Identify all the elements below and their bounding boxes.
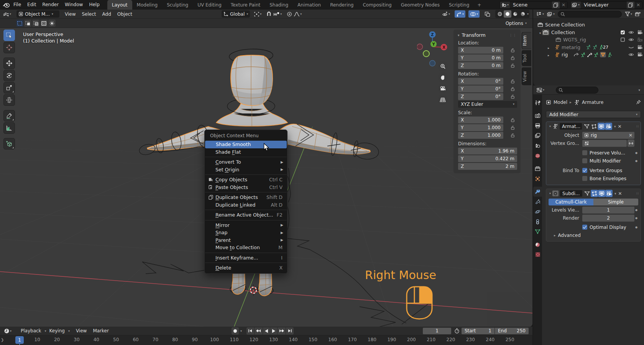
- pan-button[interactable]: [438, 72, 448, 82]
- outliner-row-rig[interactable]: ▸rig: [533, 51, 644, 59]
- menu-item-set-origin[interactable]: Set Origin▶: [205, 166, 287, 174]
- lock-icon[interactable]: [511, 125, 516, 130]
- menu-item-convert-to[interactable]: Convert To▶: [205, 158, 287, 166]
- select-mode-subtract-button[interactable]: [32, 20, 39, 27]
- properties-tab-physics[interactable]: [533, 207, 542, 217]
- menu-view[interactable]: View: [62, 12, 79, 17]
- clear-icon[interactable]: ✕: [629, 133, 632, 138]
- workspace-tab-uv-editing[interactable]: UV Editing: [193, 0, 226, 10]
- new-scene-button[interactable]: [552, 2, 560, 8]
- panel-title[interactable]: Transform: [462, 32, 486, 38]
- menu-item-copy-objects[interactable]: Copy ObjectsCtrl C: [205, 176, 287, 184]
- tool-select-box-button[interactable]: [3, 30, 15, 41]
- properties-tab-constraints[interactable]: [533, 217, 542, 227]
- optimal-display-checkbox[interactable]: [582, 225, 587, 230]
- tool-transform-button[interactable]: [3, 94, 15, 106]
- menu-help[interactable]: Help: [86, 0, 102, 10]
- tool-measure-button[interactable]: [3, 122, 15, 134]
- gizmo-y-label[interactable]: Y: [432, 42, 435, 46]
- timeline-ruler[interactable]: ❯ 10203040506070809010011012013014015016…: [0, 335, 532, 345]
- workspace-tab-sculpting[interactable]: Sculpting: [162, 0, 193, 10]
- filter-id-type-button[interactable]: ▾: [546, 10, 555, 18]
- lock-icon[interactable]: [511, 133, 516, 138]
- npanel-tab-item[interactable]: Item: [522, 32, 531, 49]
- camera-icon[interactable]: [637, 52, 642, 57]
- menu-window[interactable]: Window: [62, 0, 86, 10]
- lock-icon[interactable]: [511, 87, 516, 91]
- custom-shape-icon[interactable]: [600, 52, 606, 58]
- camera-icon[interactable]: [637, 45, 642, 50]
- shading-solid-button[interactable]: [504, 10, 511, 18]
- npanel-tab-tool[interactable]: Tool: [522, 50, 531, 66]
- proportional-falloff-button[interactable]: ▾: [293, 10, 302, 18]
- on-cage-toggle[interactable]: [583, 190, 591, 197]
- breadcrumb-data[interactable]: Armature: [582, 100, 603, 105]
- editor-type-button[interactable]: ▾: [2, 10, 12, 18]
- play-button[interactable]: [270, 327, 277, 335]
- bone-envelopes-checkbox[interactable]: [582, 176, 587, 181]
- menu-item-parent[interactable]: Parent▶: [205, 237, 287, 244]
- eye-closed-icon[interactable]: [628, 45, 634, 50]
- new-view-layer-button[interactable]: [627, 2, 634, 8]
- select-mode-extend-button[interactable]: [24, 20, 31, 27]
- modifier-name-field[interactable]: Armat...: [560, 123, 582, 130]
- pin-icon[interactable]: [636, 100, 641, 105]
- jump-to-start-button[interactable]: [246, 327, 254, 335]
- location-y-field[interactable]: Y0 m: [458, 54, 503, 61]
- play-reverse-button[interactable]: [263, 327, 270, 335]
- breadcrumb-object[interactable]: Model: [554, 100, 567, 105]
- render-toggle[interactable]: [605, 190, 613, 197]
- advanced-expand-icon[interactable]: ▸: [554, 233, 556, 237]
- properties-tab-material[interactable]: [533, 240, 542, 250]
- outliner-search-field[interactable]: [558, 11, 622, 18]
- view-layer-selector[interactable]: ▾ ViewLayer ✕: [570, 1, 642, 9]
- select-mode-set-button[interactable]: [16, 20, 23, 27]
- menu-edit[interactable]: Edit: [24, 0, 39, 10]
- menu-playback[interactable]: Playback: [18, 328, 44, 334]
- lock-icon[interactable]: [511, 63, 516, 68]
- object-field[interactable]: rig ✕: [582, 132, 634, 139]
- add-workspace-button[interactable]: +: [474, 0, 485, 10]
- snap-settings-button[interactable]: ▾: [273, 10, 283, 18]
- menu-object[interactable]: Object: [114, 12, 135, 17]
- animation-icon[interactable]: [607, 52, 612, 58]
- tool-move-button[interactable]: [3, 58, 15, 69]
- properties-tab-object[interactable]: [533, 174, 542, 184]
- menu-file[interactable]: File: [10, 0, 24, 10]
- next-keyframe-button[interactable]: [278, 327, 286, 335]
- gizmo-z-label[interactable]: Z: [431, 33, 434, 37]
- outliner-row-wgts-rig[interactable]: WGTS_rig: [533, 36, 644, 44]
- scene-icon[interactable]: ▾: [500, 2, 510, 8]
- expand-icon[interactable]: ▾: [549, 125, 551, 128]
- npanel-tab-view[interactable]: View: [522, 67, 531, 85]
- dimensions-y-field[interactable]: Y0.422 m: [458, 155, 517, 162]
- shading-wireframe-button[interactable]: [496, 10, 504, 18]
- render-levels-field[interactable]: 2: [582, 215, 634, 222]
- menu-keying[interactable]: Keying: [46, 328, 68, 334]
- workspace-tab-compositing[interactable]: Compositing: [358, 0, 396, 10]
- prev-keyframe-button[interactable]: [255, 327, 263, 335]
- lock-icon[interactable]: [511, 79, 516, 84]
- extras-menu-icon[interactable]: ▾: [614, 125, 616, 128]
- drag-handle-icon[interactable]: ⋮⋮: [509, 33, 517, 37]
- menu-item-duplicate-objects[interactable]: Duplicate ObjectsShift D: [205, 194, 287, 201]
- bone-constraint-icon[interactable]: [587, 52, 592, 58]
- properties-tab-particles[interactable]: [533, 197, 542, 207]
- zoom-button[interactable]: [438, 61, 448, 71]
- pose-icon[interactable]: [592, 44, 598, 50]
- menu-add[interactable]: Add: [99, 12, 114, 17]
- properties-tab-scene[interactable]: [533, 141, 542, 151]
- rotation-mode-dropdown[interactable]: XYZ Euler ▾: [458, 101, 517, 108]
- drag-handle-icon[interactable]: ⁝⁝: [636, 125, 639, 128]
- visibility-dropdown-button[interactable]: ▾: [440, 10, 452, 18]
- menu-item-shade-smooth[interactable]: Shade Smooth: [205, 141, 287, 148]
- viewport-3d[interactable]: ▾ Object M... ▾ View Select Add Object G…: [0, 10, 532, 327]
- menu-item-mirror[interactable]: Mirror▶: [205, 222, 287, 229]
- properties-tab-tool[interactable]: [533, 98, 542, 108]
- properties-tab-render[interactable]: [533, 111, 542, 121]
- options-button[interactable]: Options ▾: [504, 20, 529, 27]
- checkbox-on-icon[interactable]: [620, 30, 626, 35]
- eye-icon[interactable]: [628, 52, 634, 57]
- transform-orientation-selector[interactable]: Global ▾: [222, 10, 250, 18]
- location-z-field[interactable]: Z0 m: [458, 62, 503, 69]
